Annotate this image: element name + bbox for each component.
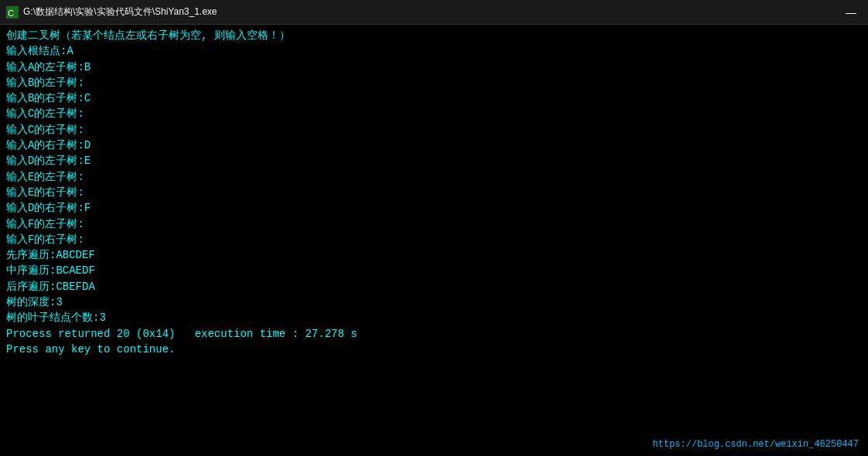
terminal-line: 输入D的右子树:F <box>6 200 862 216</box>
terminal-line: Process returned 20 (0x14) execution tim… <box>6 326 862 342</box>
terminal-line: 树的叶子结点个数:3 <box>6 310 862 325</box>
terminal-line: 输入B的左子树: <box>6 75 862 90</box>
terminal-line: 输入E的左子树: <box>6 169 862 185</box>
svg-text:C: C <box>8 9 14 18</box>
terminal-line: 输入C的左子树: <box>6 106 862 121</box>
terminal-line: 输入D的左子树:E <box>6 153 862 168</box>
terminal-line: 输入F的右子树: <box>6 232 862 247</box>
terminal-line: 中序遍历:BCAEDF <box>6 263 862 278</box>
watermark: https://blog.csdn.net/weixin_46250447 <box>653 439 859 450</box>
terminal-line: 输入B的右子树:C <box>6 90 862 106</box>
terminal-line: 输入E的右子树: <box>6 185 862 200</box>
terminal-line: 后序遍历:CBEFDA <box>6 279 862 294</box>
title-bar: C G:\数据结构\实验\实验代码文件\ShiYan3_1.exe — <box>0 0 868 25</box>
terminal-body: 创建二叉树（若某个结点左或右子树为空, 则输入空格！）输入根结点:A输入A的左子… <box>0 25 868 456</box>
terminal-lines: 创建二叉树（若某个结点左或右子树为空, 则输入空格！）输入根结点:A输入A的左子… <box>6 28 862 357</box>
title-text: G:\数据结构\实验\实验代码文件\ShiYan3_1.exe <box>23 5 217 19</box>
title-bar-left: C G:\数据结构\实验\实验代码文件\ShiYan3_1.exe <box>6 5 217 19</box>
terminal-line: Press any key to continue. <box>6 342 862 357</box>
terminal-line: 输入C的右子树: <box>6 122 862 138</box>
terminal-line: 输入根结点:A <box>6 43 862 59</box>
terminal-line: 输入A的左子树:B <box>6 60 862 75</box>
terminal-line: 先序遍历:ABCDEF <box>6 247 862 263</box>
terminal-line: 输入F的左子树: <box>6 216 862 232</box>
terminal-line: 输入A的右子树:D <box>6 138 862 153</box>
terminal-line: 创建二叉树（若某个结点左或右子树为空, 则输入空格！） <box>6 28 862 43</box>
minimize-button[interactable]: — <box>840 5 862 20</box>
title-bar-controls: — <box>840 5 862 20</box>
app-icon: C <box>6 6 19 19</box>
terminal-line: 树的深度:3 <box>6 294 862 310</box>
